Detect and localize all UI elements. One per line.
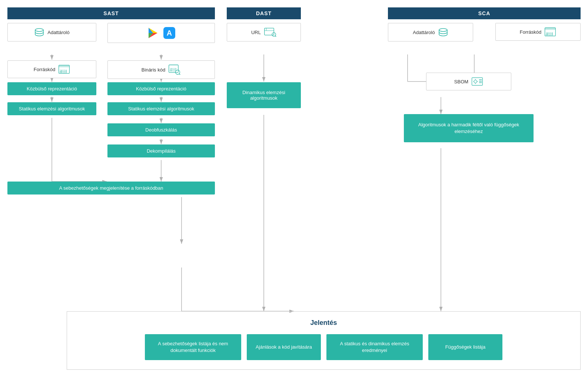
sast-right-kozb-repr: Közbülső reprezentáció (107, 82, 215, 95)
svg-line-39 (179, 74, 180, 75)
code-icon: 10110 00110 (58, 64, 70, 74)
svg-text:00110: 00110 (546, 33, 553, 36)
svg-rect-47 (545, 28, 556, 30)
binary-search-icon: 10110 00110 (168, 64, 181, 75)
svg-line-44 (275, 36, 276, 37)
report-title: Jelentés (78, 319, 569, 327)
report-section: Jelentés A sebezhetőségek listája és nem… (67, 311, 581, 370)
svg-point-24 (35, 29, 43, 31)
sast-title: SAST (7, 7, 215, 19)
sca-title: SCA (388, 7, 581, 19)
db-icon-sca (438, 27, 448, 37)
svg-rect-40 (265, 28, 274, 35)
sca-right-forraskod: Forráskód 10110 00110 (495, 23, 581, 41)
report-item-1: A sebezhetőségek listája és nem dokument… (145, 334, 241, 360)
svg-point-38 (176, 70, 180, 74)
db-icon (34, 27, 44, 37)
dast-header: DAST (227, 7, 301, 19)
appstore-icon: A (163, 27, 175, 39)
svg-rect-26 (59, 65, 70, 67)
dast-url: URL (227, 23, 301, 41)
svg-point-45 (439, 29, 447, 31)
sast-wide-sebezheto: A sebezhetőségek megjelenítése a forrásk… (7, 182, 215, 195)
svg-point-51 (474, 80, 477, 83)
sca-algo: Algoritmusok a harmadik féltől való függ… (404, 114, 534, 142)
svg-rect-58 (479, 82, 482, 83)
report-item-3: A statikus és dinamikus elemzés eredmény… (326, 334, 423, 360)
sast-header: SAST (7, 7, 215, 19)
sast-right-binaris-kod: Bináris kód 10110 00110 (107, 60, 215, 79)
sast-right-statikus: Statikus elemzési algoritmusok (107, 102, 215, 115)
diagram-container: SAST Adattároló Forráskód 10110 00110 Kö… (0, 0, 588, 379)
sast-right-deobf: Deobfuszkálás (107, 123, 215, 136)
sast-left-forraskod: Forráskód 10110 00110 (7, 60, 96, 78)
google-play-icon (147, 27, 159, 39)
sast-left-statikus: Statikus elemzési algoritmusok (7, 102, 96, 115)
dast-dinamikus: Dinamikus elemzési algoritmusok (227, 82, 301, 108)
sast-left-kozb-repr: Közbülső reprezentáció (7, 82, 96, 95)
dast-title: DAST (227, 7, 301, 19)
report-item-4: Függőségek listája (428, 334, 502, 360)
settings-icon (471, 77, 483, 86)
sca-sbom: SBOM (426, 73, 511, 90)
report-item-2: Ajánlások a kód javítására (247, 334, 321, 360)
sca-header: SCA (388, 7, 581, 19)
sast-left-adattarolo: Adattároló (7, 23, 96, 41)
sast-right-app-icons: A (107, 23, 215, 43)
svg-rect-57 (479, 81, 482, 82)
code-icon-sca: 10110 00110 (544, 27, 556, 37)
sast-right-dekomp: Dekompilálás (107, 144, 215, 157)
svg-rect-56 (479, 79, 482, 80)
sca-left-adattarolo: Adattároló (388, 23, 473, 41)
web-search-icon (264, 27, 276, 37)
svg-text:00110: 00110 (60, 71, 67, 74)
